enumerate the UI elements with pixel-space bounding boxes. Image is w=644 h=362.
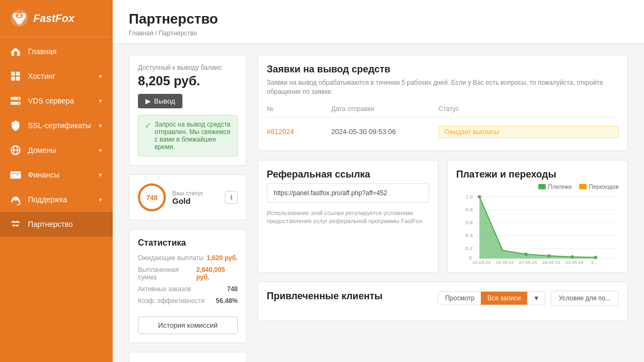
- svg-rect-14: [10, 172, 21, 179]
- cube-icon: [10, 70, 21, 82]
- svg-rect-15: [11, 200, 13, 203]
- stat-value-1: 1,620 руб.: [207, 254, 238, 262]
- svg-text:26.05.24: 26.05.24: [496, 260, 514, 264]
- status-name: Gold: [172, 196, 218, 205]
- tab-view[interactable]: Просмотр: [438, 292, 481, 305]
- sidebar-item-finance[interactable]: Финансы ▼: [0, 162, 113, 187]
- sidebar-item-home[interactable]: Главная: [0, 39, 113, 64]
- withdrawal-desc: Заявки на вывод обрабатываются в течении…: [267, 78, 619, 97]
- hosting-arrow: ▼: [98, 73, 103, 79]
- finance-arrow: ▼: [98, 172, 103, 178]
- clients-title: Привлеченные клиенты: [267, 291, 383, 302]
- sidebar-item-home-label: Главная: [28, 47, 56, 56]
- svg-rect-5: [11, 77, 15, 80]
- svg-rect-3: [11, 72, 15, 76]
- svg-rect-16: [19, 200, 20, 203]
- content-area: Доступный к выводу баланс 8,205 руб. ▶ В…: [113, 44, 644, 362]
- referral-url[interactable]: https://panel.fastfox.pro/aff.php?aff=45…: [267, 183, 429, 203]
- tab-all[interactable]: Все записи: [481, 292, 527, 305]
- row-id[interactable]: #812024: [267, 128, 331, 136]
- sidebar-item-hosting[interactable]: Хостинг ▼: [0, 64, 113, 88]
- balance-card: Доступный к выводу баланс 8,205 руб. ▶ В…: [129, 55, 247, 166]
- withdraw-icon: ▶: [145, 97, 151, 105]
- info-button[interactable]: ℹ: [225, 191, 238, 204]
- clients-card: Привлеченные клиенты Просмотр Все записи…: [258, 282, 628, 321]
- tab-dropdown[interactable]: ▼: [527, 292, 545, 305]
- referral-note: Использование этой ссылки регулируется у…: [267, 209, 429, 226]
- handshake-icon: [10, 218, 21, 230]
- logo-text: FastFox: [33, 12, 75, 25]
- shield-icon: [10, 120, 21, 131]
- history-button[interactable]: История комиссий: [138, 316, 238, 334]
- referral-card: Реферальная ссылка https://panel.fastfox…: [258, 160, 438, 273]
- svg-point-39: [594, 256, 597, 259]
- col-num: №: [267, 105, 331, 113]
- sidebar-item-vds[interactable]: VDS сервера ▼: [0, 88, 113, 113]
- stat-value-2: 2,640,005 руб.: [196, 266, 238, 281]
- success-text: Запрос на вывод средств отправлен. Мы св…: [155, 121, 231, 151]
- withdraw-button[interactable]: ▶ Вывод: [138, 94, 182, 108]
- wallet-icon: [10, 169, 21, 181]
- sidebar-item-ssl[interactable]: SSL-сертификаты ▼: [0, 113, 113, 138]
- logo-fox-icon: [10, 9, 29, 28]
- svg-point-9: [18, 98, 19, 99]
- vds-arrow: ▼: [98, 98, 103, 104]
- svg-rect-6: [16, 77, 20, 80]
- stat-row-2: Выплаченная сумма 2,640,005 руб.: [138, 266, 238, 281]
- condition-button[interactable]: Условие для по...: [551, 291, 619, 306]
- support-arrow: ▼: [98, 197, 103, 203]
- chart-card: Платежи и переходы Платежи Переходов: [447, 160, 628, 273]
- breadcrumb-home[interactable]: Главная: [129, 29, 153, 37]
- status-card: 748 Ваш статус Gold ℹ: [129, 174, 247, 220]
- breadcrumb-current: Партнерство: [159, 29, 197, 37]
- svg-text:3...: 3...: [591, 260, 597, 264]
- stat-label-2: Выплаченная сумма: [138, 266, 196, 281]
- legend-green-dot: [538, 184, 546, 189]
- sidebar-item-domains[interactable]: Домены ▼: [0, 138, 113, 162]
- svg-text:0.2: 0.2: [465, 246, 473, 251]
- status-info: Ваш статус Gold: [172, 190, 218, 205]
- stat-label-4: Коэф. эффективности: [138, 297, 204, 305]
- status-circle: 748: [138, 183, 166, 211]
- svg-text:27.05.24: 27.05.24: [519, 260, 537, 264]
- sidebar-nav: Главная Хостинг ▼ VDS сервера ▼ SSL-серт…: [0, 37, 113, 362]
- ssl-arrow: ▼: [98, 123, 103, 129]
- headset-icon: [10, 194, 21, 205]
- history-label: История комиссий: [158, 321, 218, 329]
- clients-header: Привлеченные клиенты Просмотр Все записи…: [267, 291, 619, 306]
- logo-area: FastFox: [0, 0, 113, 37]
- sidebar-item-support-label: Поддержка: [28, 195, 67, 204]
- row-date: 2024-05-30 09:53:06: [331, 128, 438, 136]
- sidebar-item-vds-label: VDS сервера: [28, 97, 74, 105]
- svg-point-36: [524, 253, 528, 256]
- status-value: 748: [146, 194, 158, 202]
- stat-label-1: Ожидающие выплаты: [138, 254, 203, 262]
- right-column: Заявки на вывод средств Заявки на вывод …: [258, 55, 628, 362]
- sidebar-item-support[interactable]: Поддержка ▼: [0, 187, 113, 212]
- success-message: ✓ Запрос на вывод средств отправлен. Мы …: [138, 115, 238, 157]
- withdraw-label: Вывод: [154, 97, 175, 105]
- balance-amount: 8,205 руб.: [138, 73, 238, 88]
- sidebar-item-ssl-label: SSL-сертификаты: [28, 121, 91, 130]
- legend-payments-label: Платежи: [548, 183, 572, 190]
- balance-label: Доступный к выводу баланс: [138, 64, 238, 71]
- referral-title: Реферальная ссылка: [267, 169, 429, 180]
- svg-point-1: [16, 14, 18, 16]
- svg-text:29.05.24: 29.05.24: [565, 260, 583, 264]
- svg-text:0.8: 0.8: [465, 207, 473, 212]
- legend-transitions: Переходов: [579, 183, 619, 190]
- col-date: Дата отправки: [331, 105, 438, 113]
- stat-value-3: 748: [227, 285, 238, 293]
- legend-payments: Платежи: [538, 183, 572, 190]
- tools-card: Инструменты 🏷 Мои промокоды 🔒 Помощь: [129, 352, 247, 362]
- left-column: Доступный к выводу баланс 8,205 руб. ▶ В…: [129, 55, 247, 362]
- sidebar-item-domains-label: Домены: [28, 146, 56, 154]
- chart-title: Платежи и переходы: [456, 169, 619, 180]
- server-icon: [10, 95, 21, 107]
- sidebar-item-partner[interactable]: Партнерство: [0, 212, 113, 237]
- svg-point-35: [478, 195, 481, 198]
- sidebar-item-finance-label: Финансы: [28, 171, 60, 179]
- svg-point-10: [18, 102, 19, 104]
- statistics-title: Статистика: [138, 238, 238, 248]
- svg-point-38: [570, 255, 574, 258]
